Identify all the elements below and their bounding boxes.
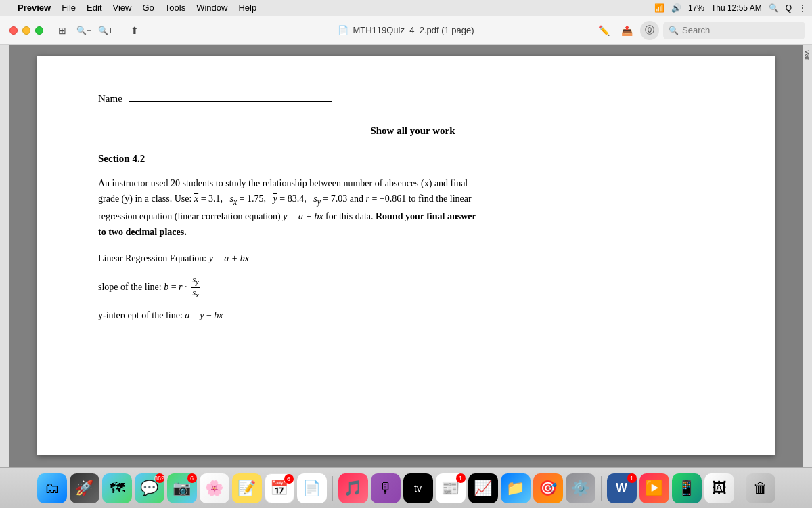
- menu-view[interactable]: View: [108, 3, 137, 13]
- dock-keynote[interactable]: 🎯: [533, 473, 563, 503]
- clock-time: Thu 12:55 AM: [711, 3, 762, 13]
- zoom-out-button[interactable]: 🔍−: [74, 21, 93, 40]
- podcasts-icon: 🎙: [378, 480, 393, 497]
- dock-whatsapp[interactable]: 📱: [672, 473, 702, 503]
- dock-podcasts[interactable]: 🎙: [371, 473, 401, 503]
- y-bar: y: [273, 194, 277, 204]
- control-center-icon[interactable]: ⋮: [798, 3, 807, 13]
- toolbar: ⊞ 🔍− 🔍+ ⬆ 📄 MTH119Quiz_4_2.pdf (1 page) …: [0, 16, 812, 45]
- dock-separator-3: [740, 476, 740, 501]
- dock-messages[interactable]: 💬 862: [135, 473, 164, 503]
- slope-text: slope of the line: b = r ·: [98, 282, 187, 293]
- appletv-icon: tv: [414, 483, 422, 494]
- dock: 🗂 🚀 🗺 💬 862 📷 6 🌸 📝 📅 6 📄 🎵 🎙 tv 📰 1 📈: [0, 467, 812, 508]
- docs-icon: 📄: [302, 480, 321, 497]
- dock-docs[interactable]: 📄: [297, 473, 327, 503]
- r-label: r: [365, 194, 369, 204]
- fraction-denominator: sx: [191, 288, 200, 299]
- minimize-button[interactable]: [22, 26, 30, 35]
- dock-stocks[interactable]: 📈: [468, 473, 498, 503]
- wifi-icon: 📶: [654, 3, 664, 13]
- news-badge: 1: [456, 473, 466, 483]
- menu-go[interactable]: Go: [137, 3, 159, 13]
- maximize-button[interactable]: [35, 26, 43, 35]
- messages-badge: 862: [155, 473, 164, 483]
- share-button[interactable]: ⬆: [125, 21, 144, 40]
- section-title: Section 4.2: [98, 153, 727, 165]
- sy-label: sy: [313, 194, 321, 204]
- name-field-container: Name: [98, 89, 727, 104]
- slope-line: slope of the line: b = r · sy sx: [98, 275, 727, 299]
- dock-finder[interactable]: 🗂: [37, 473, 67, 503]
- word-badge: 1: [627, 473, 637, 483]
- whatsapp-icon: 📱: [677, 480, 696, 497]
- finder-icon: 🗂: [45, 480, 60, 497]
- document-icon: 📄: [338, 25, 348, 35]
- dock-videos[interactable]: ▶️: [639, 473, 669, 503]
- messages-icon: 💬: [140, 480, 158, 497]
- intercept-text: y-intercept of the line: a = y − bx: [98, 310, 223, 321]
- dock-separator-1: [332, 476, 333, 501]
- dock-news[interactable]: 📰 1: [436, 473, 466, 503]
- search-icon-small: 🔍: [669, 26, 679, 35]
- music-icon: 🎵: [344, 480, 362, 497]
- dock-calendar[interactable]: 📅 6: [265, 473, 294, 503]
- word-icon: W: [616, 481, 627, 495]
- toolbar-divider: [120, 24, 120, 37]
- dock-files[interactable]: 📁: [501, 473, 531, 503]
- news-icon: 📰: [441, 480, 459, 497]
- close-button[interactable]: [9, 26, 18, 35]
- battery-level: 17%: [688, 3, 704, 13]
- dock-launchpad[interactable]: 🚀: [70, 473, 99, 503]
- left-panel: [0, 45, 9, 467]
- dock-maps[interactable]: 🗺: [102, 473, 132, 503]
- annotate-button[interactable]: ✏️: [594, 21, 613, 40]
- notes-icon: 📝: [238, 480, 256, 497]
- dock-notes[interactable]: 📝: [232, 473, 262, 503]
- pdf-viewer[interactable]: Name Show all your work Section 4.2 An i…: [9, 45, 803, 467]
- window-title: 📄 MTH119Quiz_4_2.pdf (1 page): [338, 25, 474, 35]
- sidebar-toggle-button[interactable]: ⊞: [53, 21, 72, 40]
- facetime-badge: 6: [187, 473, 197, 483]
- search-input[interactable]: [682, 25, 797, 35]
- spotlight-icon[interactable]: Q: [786, 3, 792, 13]
- menu-edit[interactable]: Edit: [81, 3, 107, 13]
- dock-preview-display[interactable]: 🖼: [704, 473, 734, 503]
- problem-text: An instructor used 20 students to study …: [98, 175, 477, 240]
- linear-eq-text: Linear Regression Equation: y = a + bx: [98, 253, 249, 264]
- dock-appletv[interactable]: tv: [403, 473, 433, 503]
- fraction-numerator: sy: [191, 275, 200, 287]
- show-work-text: Show all your work: [370, 125, 455, 136]
- dock-syspreferences[interactable]: ⚙️: [566, 473, 595, 503]
- preview-icon: 🖼: [712, 480, 727, 497]
- dock-music[interactable]: 🎵: [338, 473, 368, 503]
- dock-photos[interactable]: 🌸: [200, 473, 229, 503]
- right-panel: var: [803, 45, 812, 467]
- x-bar: x: [194, 194, 198, 204]
- search-box[interactable]: 🔍: [663, 22, 805, 39]
- search-icon[interactable]: 🔍: [769, 3, 779, 13]
- intercept-line: y-intercept of the line: a = y − bx: [98, 310, 727, 321]
- dock-word[interactable]: W 1: [607, 473, 637, 503]
- linear-eq-line: Linear Regression Equation: y = a + bx: [98, 253, 727, 264]
- zoom-in-button[interactable]: 🔍+: [96, 21, 115, 40]
- menu-file[interactable]: File: [56, 3, 81, 13]
- share2-button[interactable]: 📤: [617, 21, 636, 40]
- dock-trash[interactable]: 🗑: [746, 473, 775, 503]
- facetime-icon: 📷: [173, 480, 191, 497]
- dock-facetime[interactable]: 📷 6: [167, 473, 197, 503]
- menu-tools[interactable]: Tools: [160, 3, 191, 13]
- sysprefs-icon: ⚙️: [571, 480, 589, 497]
- sx-label: sx: [230, 194, 238, 204]
- menu-preview[interactable]: Preview: [12, 3, 56, 13]
- photos-icon: 🌸: [205, 480, 223, 497]
- calendar-badge: 6: [284, 474, 294, 484]
- files-icon: 📁: [506, 480, 524, 497]
- videos-icon: ▶️: [645, 480, 663, 497]
- name-label: Name: [98, 93, 122, 104]
- sidebar2-button[interactable]: ⓪: [640, 21, 659, 40]
- menu-help[interactable]: Help: [233, 3, 262, 13]
- menu-window[interactable]: Window: [191, 3, 233, 13]
- title-text: MTH119Quiz_4_2.pdf (1 page): [353, 25, 474, 35]
- stocks-icon: 📈: [474, 480, 492, 497]
